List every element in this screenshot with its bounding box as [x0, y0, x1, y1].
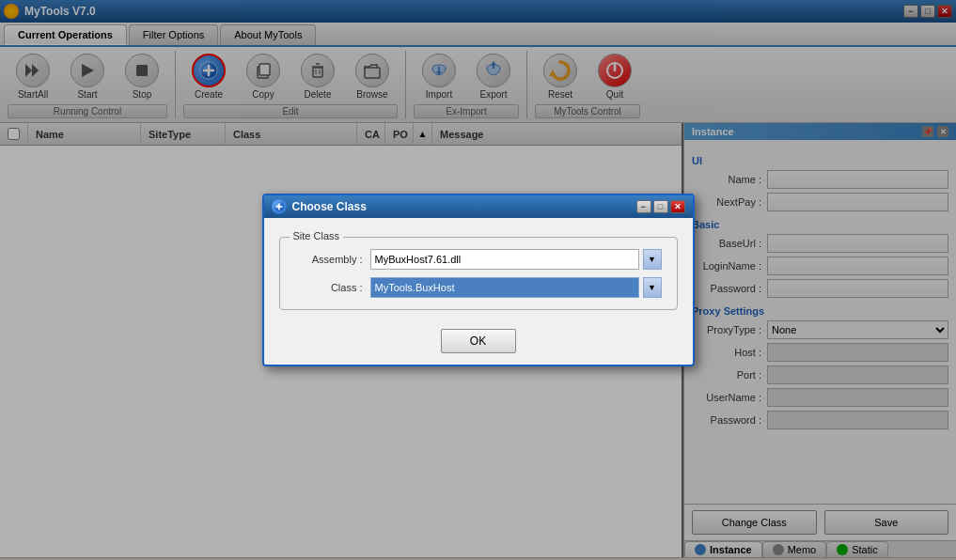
- modal-group-label: Site Class Assembly : ▼ Class : ▼: [279, 237, 678, 310]
- modal-minimize-button[interactable]: −: [636, 200, 651, 213]
- modal-title: Choose Class: [292, 200, 367, 213]
- class-select-wrap: ▼: [370, 277, 662, 298]
- assembly-input[interactable]: [370, 249, 639, 270]
- class-field-row: Class : ▼: [295, 277, 662, 298]
- assembly-field-label: Assembly :: [295, 254, 370, 265]
- modal-overlay: Choose Class − □ ✕ Site Class Assembly :…: [0, 0, 956, 560]
- modal-close-button[interactable]: ✕: [670, 200, 685, 213]
- class-field-label: Class :: [295, 282, 370, 293]
- choose-class-dialog: Choose Class − □ ✕ Site Class Assembly :…: [262, 194, 695, 366]
- modal-body: Site Class Assembly : ▼ Class : ▼: [264, 218, 693, 321]
- modal-ok-button[interactable]: OK: [441, 329, 516, 353]
- modal-titlebar: Choose Class − □ ✕: [264, 195, 693, 218]
- modal-title-icon: [272, 199, 287, 214]
- modal-title-left: Choose Class: [272, 199, 367, 214]
- class-input[interactable]: [370, 277, 639, 298]
- modal-group-title: Site Class: [290, 230, 344, 241]
- modal-footer: OK: [264, 321, 693, 365]
- class-dropdown-button[interactable]: ▼: [643, 277, 662, 298]
- assembly-select-wrap: ▼: [370, 249, 662, 270]
- assembly-field-row: Assembly : ▼: [295, 249, 662, 270]
- modal-maximize-button[interactable]: □: [653, 200, 668, 213]
- modal-controls: − □ ✕: [636, 200, 685, 213]
- assembly-dropdown-button[interactable]: ▼: [643, 249, 662, 270]
